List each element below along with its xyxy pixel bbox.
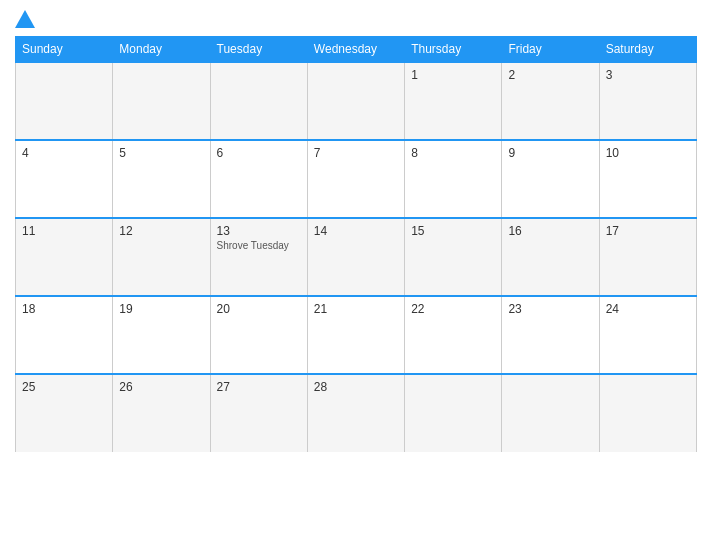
day-number: 15: [411, 224, 495, 238]
calendar-day-cell: [599, 374, 696, 452]
day-number: 24: [606, 302, 690, 316]
weekday-header-row: SundayMondayTuesdayWednesdayThursdayFrid…: [16, 37, 697, 63]
calendar-day-cell: 21: [307, 296, 404, 374]
calendar-day-cell: 16: [502, 218, 599, 296]
calendar-day-cell: 11: [16, 218, 113, 296]
calendar-day-cell: 6: [210, 140, 307, 218]
day-number: 9: [508, 146, 592, 160]
calendar-day-cell: [405, 374, 502, 452]
logo-blue-row: [15, 10, 37, 28]
calendar-day-cell: 9: [502, 140, 599, 218]
day-number: 14: [314, 224, 398, 238]
day-number: 28: [314, 380, 398, 394]
calendar-day-cell: 1: [405, 62, 502, 140]
calendar-day-cell: 8: [405, 140, 502, 218]
day-number: 17: [606, 224, 690, 238]
weekday-header: Sunday: [16, 37, 113, 63]
calendar-day-cell: 26: [113, 374, 210, 452]
calendar-day-cell: 22: [405, 296, 502, 374]
calendar-day-cell: 17: [599, 218, 696, 296]
calendar-day-cell: 25: [16, 374, 113, 452]
calendar-day-cell: 7: [307, 140, 404, 218]
weekday-header: Saturday: [599, 37, 696, 63]
day-number: 20: [217, 302, 301, 316]
calendar-header: [15, 10, 697, 28]
calendar-day-cell: [502, 374, 599, 452]
calendar-day-cell: 2: [502, 62, 599, 140]
calendar-day-cell: 18: [16, 296, 113, 374]
day-number: 19: [119, 302, 203, 316]
calendar-week-row: 111213Shrove Tuesday14151617: [16, 218, 697, 296]
day-number: 23: [508, 302, 592, 316]
calendar-week-row: 123: [16, 62, 697, 140]
calendar-table: SundayMondayTuesdayWednesdayThursdayFrid…: [15, 36, 697, 452]
calendar-day-cell: [210, 62, 307, 140]
calendar-day-cell: 28: [307, 374, 404, 452]
day-number: 5: [119, 146, 203, 160]
calendar-week-row: 45678910: [16, 140, 697, 218]
day-number: 16: [508, 224, 592, 238]
day-number: 18: [22, 302, 106, 316]
calendar-week-row: 25262728: [16, 374, 697, 452]
day-number: 12: [119, 224, 203, 238]
weekday-header: Tuesday: [210, 37, 307, 63]
day-number: 4: [22, 146, 106, 160]
calendar-day-cell: 19: [113, 296, 210, 374]
weekday-header: Wednesday: [307, 37, 404, 63]
calendar-day-cell: [16, 62, 113, 140]
day-number: 11: [22, 224, 106, 238]
calendar-day-cell: 12: [113, 218, 210, 296]
weekday-header: Monday: [113, 37, 210, 63]
calendar-day-cell: 4: [16, 140, 113, 218]
logo: [15, 10, 37, 28]
calendar-container: SundayMondayTuesdayWednesdayThursdayFrid…: [0, 0, 712, 550]
day-event: Shrove Tuesday: [217, 240, 301, 251]
calendar-day-cell: 27: [210, 374, 307, 452]
calendar-day-cell: 13Shrove Tuesday: [210, 218, 307, 296]
weekday-header: Thursday: [405, 37, 502, 63]
calendar-day-cell: [307, 62, 404, 140]
day-number: 7: [314, 146, 398, 160]
calendar-day-cell: 3: [599, 62, 696, 140]
calendar-day-cell: 23: [502, 296, 599, 374]
day-number: 10: [606, 146, 690, 160]
calendar-day-cell: [113, 62, 210, 140]
calendar-day-cell: 14: [307, 218, 404, 296]
day-number: 13: [217, 224, 301, 238]
calendar-day-cell: 20: [210, 296, 307, 374]
day-number: 2: [508, 68, 592, 82]
calendar-week-row: 18192021222324: [16, 296, 697, 374]
day-number: 21: [314, 302, 398, 316]
day-number: 27: [217, 380, 301, 394]
day-number: 6: [217, 146, 301, 160]
day-number: 22: [411, 302, 495, 316]
day-number: 26: [119, 380, 203, 394]
calendar-day-cell: 24: [599, 296, 696, 374]
day-number: 1: [411, 68, 495, 82]
day-number: 25: [22, 380, 106, 394]
day-number: 3: [606, 68, 690, 82]
calendar-day-cell: 10: [599, 140, 696, 218]
calendar-day-cell: 5: [113, 140, 210, 218]
weekday-header: Friday: [502, 37, 599, 63]
calendar-day-cell: 15: [405, 218, 502, 296]
logo-triangle-icon: [15, 10, 35, 28]
day-number: 8: [411, 146, 495, 160]
